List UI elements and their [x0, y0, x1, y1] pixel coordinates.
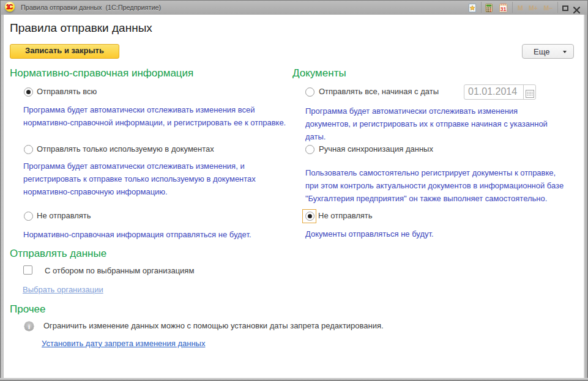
svg-text:31: 31 — [500, 6, 506, 12]
